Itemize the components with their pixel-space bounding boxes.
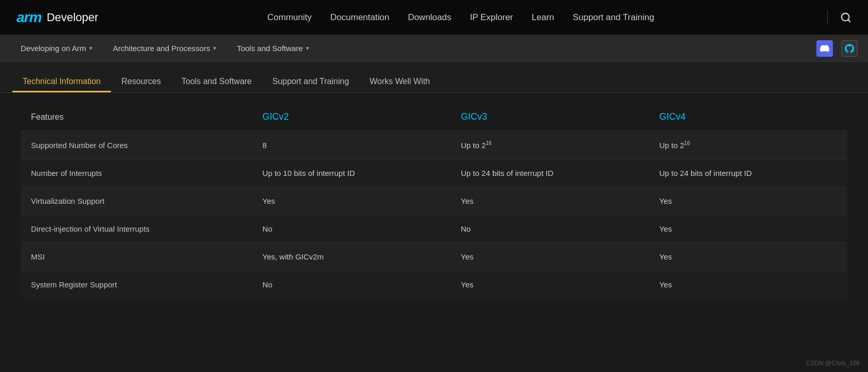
tab-tools-software[interactable]: Tools and Software: [171, 62, 262, 92]
feature-label: Direct-injection of Virtual Interrupts: [21, 215, 252, 243]
top-nav-right: [823, 10, 851, 25]
chevron-down-icon: ▾: [306, 45, 309, 52]
gicv4-value: Yes: [649, 187, 847, 215]
feature-label: Number of Interrupts: [21, 159, 252, 187]
table-header-gicv4: GICv4: [649, 103, 847, 131]
tab-label: Tools and Software: [182, 77, 252, 86]
gicv4-value: Yes: [649, 271, 847, 299]
gicv3-value: Yes: [451, 187, 649, 215]
nav-downloads[interactable]: Downloads: [408, 12, 451, 23]
nav-documentation[interactable]: Documentation: [330, 12, 389, 23]
nav-community[interactable]: Community: [267, 12, 312, 23]
table-header-features: Features: [21, 103, 252, 131]
main-content: Features GICv2 GICv3 GICv4 Supported Num…: [0, 93, 868, 309]
table-row: Supported Number of Cores 8 Up to 216 Up…: [21, 131, 847, 159]
secondary-nav-left: Developing on Arm ▾ Architecture and Pro…: [10, 35, 319, 62]
github-icon[interactable]: [841, 40, 858, 57]
subnav-architecture-processors[interactable]: Architecture and Processors ▾: [103, 35, 227, 62]
nav-support-training[interactable]: Support and Training: [573, 12, 654, 23]
secondary-nav: Developing on Arm ▾ Architecture and Pro…: [0, 35, 868, 62]
subnav-developing-label: Developing on Arm: [21, 44, 86, 53]
feature-label: MSI: [21, 243, 252, 271]
search-icon: [840, 12, 851, 23]
nav-divider: [827, 10, 828, 25]
gicv4-value: Yes: [649, 243, 847, 271]
tab-resources[interactable]: Resources: [111, 62, 171, 92]
tab-technical-information[interactable]: Technical Information: [12, 62, 111, 92]
tab-label: Resources: [121, 77, 160, 86]
subnav-architecture-label: Architecture and Processors: [113, 44, 210, 53]
tab-label: Works Well With: [369, 77, 430, 86]
discord-icon[interactable]: [816, 40, 833, 57]
gicv4-value: Up to 24 bits of interrupt ID: [649, 159, 847, 187]
table-row: Number of Interrupts Up to 10 bits of in…: [21, 159, 847, 187]
developer-label: Developer: [46, 11, 98, 24]
table-row: System Register Support No Yes Yes: [21, 271, 847, 299]
gicv4-value: Yes: [649, 215, 847, 243]
feature-label: System Register Support: [21, 271, 252, 299]
tab-label: Support and Training: [272, 77, 349, 86]
nav-ip-explorer[interactable]: IP Explorer: [470, 12, 513, 23]
logo[interactable]: arm Developer: [17, 9, 99, 26]
gicv2-value: Yes: [252, 187, 451, 215]
feature-label: Virtualization Support: [21, 187, 252, 215]
search-button[interactable]: [840, 12, 851, 23]
chevron-down-icon: ▾: [89, 45, 92, 52]
table-header-gicv2: GICv2: [252, 103, 451, 131]
tab-label: Technical Information: [23, 77, 101, 86]
gicv3-value: Up to 24 bits of interrupt ID: [451, 159, 649, 187]
tab-support-training[interactable]: Support and Training: [262, 62, 360, 92]
tab-bar: Technical Information Resources Tools an…: [0, 62, 868, 93]
gicv3-value: Yes: [451, 271, 649, 299]
gicv3-value: Yes: [451, 243, 649, 271]
comparison-table: Features GICv2 GICv3 GICv4 Supported Num…: [21, 103, 847, 298]
table-header-gicv3: GICv3: [451, 103, 649, 131]
top-nav-links: Community Documentation Downloads IP Exp…: [267, 12, 654, 23]
svg-line-1: [848, 20, 850, 22]
subnav-tools-software[interactable]: Tools and Software ▾: [227, 35, 319, 62]
gicv4-value: Up to 216: [649, 131, 847, 159]
feature-label: Supported Number of Cores: [21, 131, 252, 159]
table-row: Virtualization Support Yes Yes Yes: [21, 187, 847, 215]
subnav-developing-on-arm[interactable]: Developing on Arm ▾: [10, 35, 103, 62]
table-row: MSI Yes, with GICv2m Yes Yes: [21, 243, 847, 271]
gicv2-value: No: [252, 215, 451, 243]
chevron-down-icon: ▾: [213, 45, 216, 52]
gicv3-value: Up to 216: [451, 131, 649, 159]
gicv2-value: No: [252, 271, 451, 299]
gicv2-value: Yes, with GICv2m: [252, 243, 451, 271]
arm-logo: arm: [17, 9, 41, 26]
top-nav: arm Developer Community Documentation Do…: [0, 0, 868, 35]
gicv3-value: No: [451, 215, 649, 243]
gicv2-value: Up to 10 bits of interrupt ID: [252, 159, 451, 187]
secondary-nav-right: [816, 40, 858, 57]
tab-works-well-with[interactable]: Works Well With: [359, 62, 440, 92]
nav-learn[interactable]: Learn: [532, 12, 554, 23]
subnav-tools-label: Tools and Software: [237, 44, 303, 53]
gicv2-value: 8: [252, 131, 451, 159]
table-row: Direct-injection of Virtual Interrupts N…: [21, 215, 847, 243]
